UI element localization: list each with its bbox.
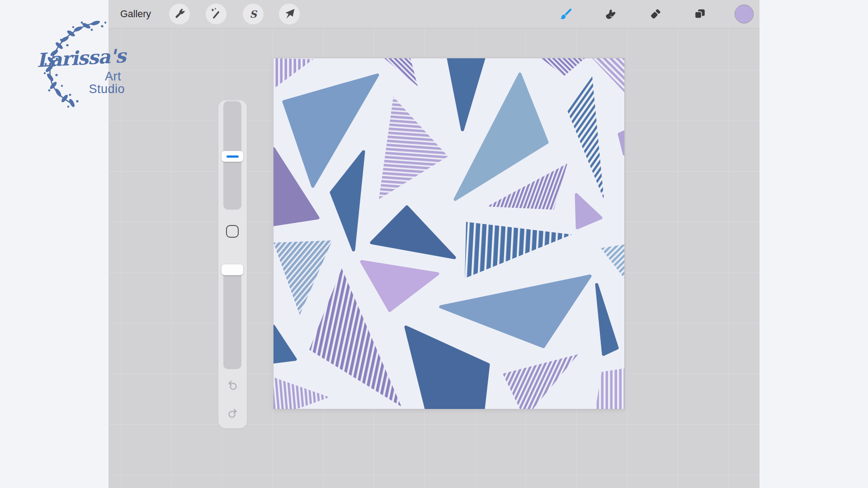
tri-top-left-steel-blue (284, 75, 377, 186)
layers-icon (693, 7, 707, 21)
tri-bottom-right-steel-blue (441, 276, 590, 347)
selection-s-icon: S (246, 7, 260, 21)
undo-button[interactable] (225, 378, 240, 393)
tri-right-solid-lavender (576, 195, 601, 228)
paint-tool-button[interactable] (559, 6, 574, 22)
triangle-pattern-artwork (274, 58, 624, 409)
tri-right-narrow-dark-blue (597, 285, 617, 354)
tri-corner-top-right-striped (592, 58, 624, 92)
color-swatch-button[interactable] (735, 5, 754, 23)
tri-right-edge-striped-light-blue (601, 244, 624, 278)
tri-center-tall-dark-blue (331, 152, 363, 250)
smudge-tool-button[interactable] (604, 6, 619, 22)
selection-button[interactable]: S (243, 4, 264, 24)
eraser-icon (649, 7, 662, 21)
logo-word-studio: Studio (89, 82, 125, 96)
undo-icon (225, 378, 240, 393)
paintbrush-icon (560, 7, 573, 21)
smudge-finger-icon (604, 7, 618, 21)
toolbar: Gallery S (108, 0, 760, 28)
opacity-slider-track[interactable] (223, 264, 241, 369)
tri-center-dark-blue (372, 207, 454, 258)
transform-arrow-icon (283, 7, 296, 21)
tri-top-striped-purple-2 (541, 58, 585, 76)
tri-center-striped-dark-blue (465, 222, 572, 278)
tri-bottom-dark-blue (406, 327, 488, 409)
adjustments-button[interactable] (206, 4, 226, 24)
redo-button[interactable] (225, 406, 240, 421)
svg-text:S: S (250, 9, 258, 20)
magic-wand-icon (209, 7, 223, 21)
layers-button[interactable] (692, 6, 708, 22)
brush-size-slider-handle[interactable] (222, 151, 243, 162)
logo-name: Larissa's (36, 45, 126, 71)
artwork-canvas[interactable] (274, 58, 624, 409)
slider-accent-dash (226, 155, 239, 158)
app-shell: Gallery S (108, 0, 760, 488)
wrench-icon (173, 7, 186, 21)
tri-center-solid-lavender (362, 262, 438, 310)
tri-right-striped-dark-blue (567, 76, 604, 200)
tri-corner-bottom-left-striped (274, 377, 330, 409)
opacity-slider-handle[interactable] (222, 264, 243, 275)
studio-logo: Larissa's Art Studio (28, 17, 126, 110)
tri-corner-top-left-striped (274, 58, 313, 88)
eraser-tool-button[interactable] (648, 6, 663, 22)
tri-bottom-striped-purple (503, 354, 578, 409)
actions-button[interactable] (169, 4, 190, 24)
modify-button[interactable] (226, 225, 239, 238)
tri-corner-bottom-right-striped (595, 368, 624, 409)
logo-word-art: Art (105, 70, 121, 84)
tri-right-edge-sliver (619, 132, 624, 154)
tri-top-center-dark-blue (448, 58, 484, 130)
tri-top-striped-purple-1 (384, 58, 418, 86)
sidebar (218, 100, 247, 428)
tri-left-edge-dark-blue (274, 326, 295, 362)
tri-left-striped-blue-gray (274, 240, 332, 315)
redo-icon (225, 406, 240, 421)
tri-center-striped-lavender (379, 97, 448, 199)
transform-button[interactable] (279, 4, 300, 24)
